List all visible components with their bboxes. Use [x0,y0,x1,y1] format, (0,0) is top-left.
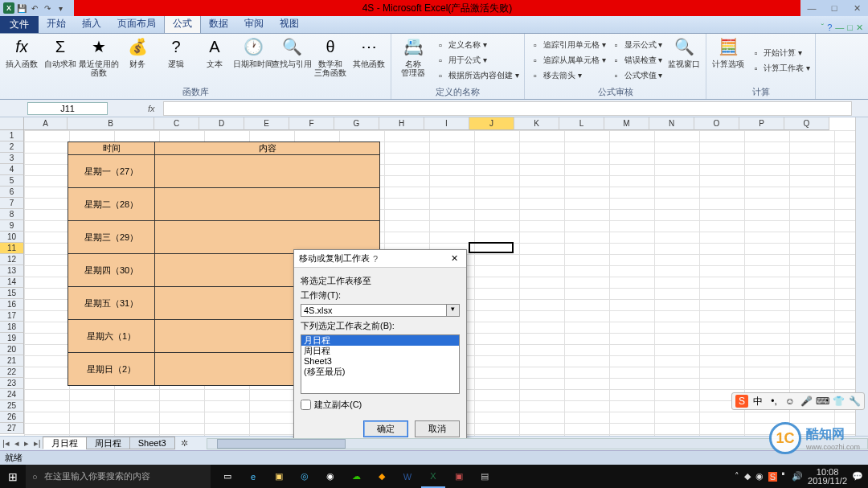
formula-input[interactable] [163,101,852,116]
col-header-A[interactable]: A [24,117,68,130]
ime-keyboard-icon[interactable]: ⌨ [816,395,829,408]
help-icon[interactable]: ? [827,23,832,33]
browser-icon[interactable]: ◎ [293,465,317,488]
new-sheet-icon[interactable]: ✲ [178,438,190,449]
sheet-nav-last-icon[interactable]: ▸| [31,438,43,449]
explorer-icon[interactable]: ▣ [267,465,291,488]
doc-close-icon[interactable]: ✕ [856,23,863,33]
list-item[interactable]: (移至最后) [301,367,459,377]
col-header-P[interactable]: P [739,117,784,130]
ribbon-btn-6[interactable]: 🕐日期和时间 [236,35,270,85]
row-header-22[interactable]: 22 [0,367,24,378]
ribbon-tab-视图[interactable]: 视图 [272,14,307,33]
row-header-11[interactable]: 11 [0,243,24,254]
sheet-tab-周日程[interactable]: 周日程 [86,437,130,449]
doc-restore-icon[interactable]: □ [847,23,853,33]
cell-grid[interactable]: 时间内容星期一（27）星期二（28）星期三（29）星期四（30）星期五（31）星… [24,130,868,436]
sheet-nav-first-icon[interactable]: |◂ [0,438,12,449]
app-icon[interactable]: ◆ [370,465,394,488]
col-header-N[interactable]: N [649,117,694,130]
list-item[interactable]: 月日程 [301,335,459,346]
maximize-button[interactable]: □ [823,0,845,16]
col-header-G[interactable]: G [334,117,379,130]
col-header-C[interactable]: C [154,117,199,130]
ribbon-tab-开始[interactable]: 开始 [39,14,74,33]
app2-icon[interactable]: ▣ [447,465,471,488]
chrome-icon[interactable]: ◉ [318,465,342,488]
ribbon-tab-审阅[interactable]: 审阅 [236,14,272,33]
tray-network-icon[interactable]: 🬀 [782,472,787,482]
row-header-27[interactable]: 27 [0,423,24,434]
ime-float-toolbar[interactable]: S 中 •, ☺ 🎤 ⌨ 👕 🔧 [731,392,865,410]
audit-l-1[interactable]: ▫追踪从属单元格 ▾ [530,53,606,68]
row-header-26[interactable]: 26 [0,412,24,423]
row-header-24[interactable]: 24 [0,389,24,400]
row-header-14[interactable]: 14 [0,277,24,288]
ribbon-btn-8[interactable]: θ数学和 三角函数 [313,35,347,85]
defined-names-1[interactable]: ▫用于公式 ▾ [435,53,519,68]
audit-l-2[interactable]: ▫移去箭头 ▾ [530,68,606,83]
ribbon-tab-页面布局[interactable]: 页面布局 [109,14,164,33]
word-icon[interactable]: W [395,465,420,488]
qat-customize-icon[interactable]: ▾ [55,2,66,14]
tray-notifications-icon[interactable]: 💬 [852,471,863,482]
tray-clock[interactable]: 10:08 2019/11/2 [808,468,847,486]
calc-0[interactable]: ▫开始计算 ▾ [750,46,810,60]
ribbon-btn-3[interactable]: 💰财务 [121,35,154,85]
qat-undo-icon[interactable]: ↶ [29,2,40,14]
minimize-button[interactable]: — [800,0,823,16]
qat-redo-icon[interactable]: ↷ [42,2,53,14]
row-header-2[interactable]: 2 [0,141,24,153]
ime-lang-label[interactable]: 中 [751,395,764,408]
vertical-scrollbar[interactable] [855,117,868,436]
row-header-23[interactable]: 23 [0,378,24,389]
wechat-icon[interactable]: ☁ [344,465,368,488]
ime-punct-icon[interactable]: •, [768,395,780,408]
taskbar-search[interactable]: ○ 在这里输入你要搜索的内容 [26,465,211,488]
row-header-5[interactable]: 5 [0,175,24,187]
create-copy-check-input[interactable] [301,400,311,410]
close-button[interactable]: ✕ [845,0,868,16]
app3-icon[interactable]: ▤ [473,465,497,488]
calc-options-button[interactable]: 🧮 计算选项 [711,35,745,85]
sheet-tab-月日程[interactable]: 月日程 [43,437,87,449]
dialog-help-icon[interactable]: ? [370,254,381,264]
col-header-I[interactable]: I [424,117,469,130]
sheet-nav-prev-icon[interactable]: ◂ [12,438,22,449]
row-header-1[interactable]: 1 [0,130,24,141]
col-header-H[interactable]: H [379,117,424,130]
col-header-D[interactable]: D [199,117,244,130]
row-header-25[interactable]: 25 [0,400,24,412]
row-header-20[interactable]: 20 [0,344,24,355]
ribbon-btn-2[interactable]: ★最近使用的 函数 [82,35,116,85]
col-header-E[interactable]: E [244,117,289,130]
row-header-7[interactable]: 7 [0,198,24,209]
audit-r-0[interactable]: ▫显示公式 ▾ [611,38,663,52]
list-item[interactable]: 周日程 [301,346,459,356]
ribbon-btn-5[interactable]: A文本 [198,35,231,85]
sheet-nav-next-icon[interactable]: ▸ [22,438,31,449]
watch-window-button[interactable]: 🔍 监视窗口 [667,35,701,85]
file-tab[interactable]: 文件 [0,15,39,33]
row-header-19[interactable]: 19 [0,333,24,344]
scroll-thumb[interactable] [217,439,346,449]
row-header-6[interactable]: 6 [0,187,24,198]
row-header-10[interactable]: 10 [0,232,24,243]
col-header-L[interactable]: L [559,117,604,130]
tray-volume-icon[interactable]: 🔊 [792,471,803,482]
ribbon-tab-插入[interactable]: 插入 [74,14,109,33]
ribbon-minimize-icon[interactable]: ˇ [821,23,825,33]
col-header-J[interactable]: J [469,117,514,130]
dialog-titlebar[interactable]: 移动或复制工作表 ? ✕ [294,250,466,268]
ime-logo-icon[interactable]: S [735,395,748,408]
col-header-K[interactable]: K [514,117,559,130]
cancel-button[interactable]: 取消 [415,420,460,437]
excel-running-icon[interactable]: X [421,465,445,488]
qat-save-icon[interactable]: 💾 [16,2,27,14]
col-header-O[interactable]: O [694,117,739,130]
name-box[interactable]: J11 [27,102,108,115]
sheet-listbox[interactable]: 月日程周日程Sheet3(移至最后) [301,334,460,394]
ribbon-btn-9[interactable]: ⋯其他函数 [352,35,386,85]
row-header-8[interactable]: 8 [0,209,24,220]
audit-l-0[interactable]: ▫追踪引用单元格 ▾ [530,38,606,52]
